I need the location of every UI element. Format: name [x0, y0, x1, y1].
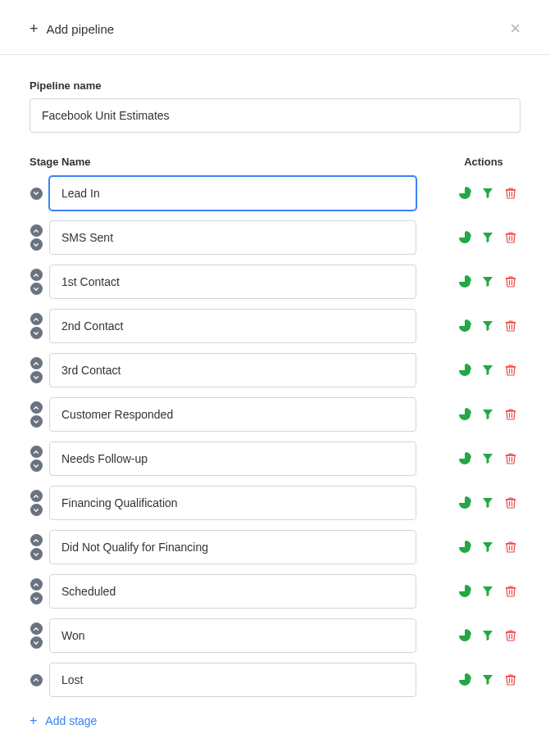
move-up-button[interactable] — [30, 578, 43, 591]
move-down-button[interactable] — [30, 592, 43, 604]
stage-actions — [458, 187, 520, 200]
funnel-icon[interactable] — [481, 496, 494, 509]
stage-name-input[interactable] — [49, 618, 416, 653]
stage-row — [30, 353, 520, 387]
svg-rect-0 — [506, 189, 516, 191]
pie-chart-icon[interactable] — [458, 275, 471, 288]
trash-icon[interactable] — [504, 364, 517, 377]
trash-icon[interactable] — [504, 319, 517, 333]
trash-icon[interactable] — [504, 187, 517, 200]
move-down-button[interactable] — [30, 238, 43, 251]
move-up-button[interactable] — [30, 490, 43, 502]
stage-name-input[interactable] — [49, 486, 416, 520]
stage-name-input[interactable] — [49, 574, 416, 609]
stage-name-column-header: Stage Name — [30, 156, 90, 168]
pie-chart-icon[interactable] — [458, 496, 471, 509]
move-down-button[interactable] — [30, 188, 43, 200]
move-up-button[interactable] — [30, 313, 43, 325]
move-up-button[interactable] — [30, 357, 43, 369]
pie-chart-icon[interactable] — [458, 364, 471, 377]
move-up-button[interactable] — [30, 446, 43, 458]
stage-name-input[interactable] — [49, 397, 416, 432]
trash-icon[interactable] — [504, 496, 517, 509]
close-button[interactable]: × — [510, 20, 520, 38]
reorder-controls — [30, 578, 43, 604]
trash-icon[interactable] — [504, 585, 517, 598]
funnel-icon[interactable] — [481, 541, 494, 554]
stage-row — [30, 220, 520, 255]
stage-actions — [458, 319, 520, 333]
reorder-controls — [30, 534, 43, 560]
funnel-icon[interactable] — [481, 275, 494, 288]
move-up-button[interactable] — [30, 674, 43, 686]
funnel-icon[interactable] — [481, 673, 494, 686]
stage-name-input[interactable] — [49, 309, 416, 343]
move-down-button[interactable] — [30, 415, 43, 428]
plus-icon: + — [30, 20, 39, 38]
pie-chart-icon[interactable] — [458, 231, 471, 244]
stage-row — [30, 530, 520, 564]
stage-name-input[interactable] — [49, 353, 416, 387]
add-stage-label: Add stage — [45, 714, 97, 727]
stage-actions — [458, 496, 520, 509]
move-down-button[interactable] — [30, 371, 43, 383]
funnel-icon[interactable] — [481, 452, 494, 465]
pie-chart-icon[interactable] — [458, 673, 471, 686]
pie-chart-icon[interactable] — [458, 585, 471, 598]
move-up-button[interactable] — [30, 622, 43, 635]
funnel-icon[interactable] — [481, 319, 494, 333]
move-down-button[interactable] — [30, 459, 43, 472]
stage-row — [30, 265, 520, 299]
stage-name-input[interactable] — [49, 265, 416, 299]
trash-icon[interactable] — [504, 541, 517, 554]
actions-column-header: Actions — [447, 156, 520, 168]
stage-row — [30, 176, 520, 211]
move-down-button[interactable] — [30, 548, 43, 560]
stage-actions — [458, 408, 520, 421]
pie-chart-icon[interactable] — [458, 629, 471, 642]
add-stage-button[interactable]: + Add stage — [30, 713, 520, 728]
trash-icon[interactable] — [504, 629, 517, 642]
modal-title: Add pipeline — [47, 22, 115, 36]
funnel-icon[interactable] — [481, 364, 494, 377]
funnel-icon[interactable] — [481, 231, 494, 244]
trash-icon[interactable] — [504, 408, 517, 421]
reorder-controls — [30, 357, 43, 383]
move-up-button[interactable] — [30, 401, 43, 414]
pie-chart-icon[interactable] — [458, 319, 471, 333]
move-up-button[interactable] — [30, 224, 43, 237]
move-up-button[interactable] — [30, 269, 43, 281]
funnel-icon[interactable] — [481, 408, 494, 421]
trash-icon[interactable] — [504, 231, 517, 244]
move-down-button[interactable] — [30, 327, 43, 339]
svg-rect-5 — [506, 410, 516, 412]
svg-rect-6 — [506, 455, 516, 456]
move-down-button[interactable] — [30, 283, 43, 295]
move-down-button[interactable] — [30, 504, 43, 516]
move-down-button[interactable] — [30, 636, 43, 649]
stage-name-input[interactable] — [49, 176, 416, 211]
stage-row — [30, 309, 520, 343]
pipeline-name-input[interactable] — [30, 98, 520, 133]
stage-name-input[interactable] — [49, 220, 416, 255]
pie-chart-icon[interactable] — [458, 187, 471, 200]
trash-icon[interactable] — [504, 275, 517, 288]
stage-name-input[interactable] — [49, 663, 416, 697]
funnel-icon[interactable] — [481, 629, 494, 642]
pie-chart-icon[interactable] — [458, 408, 471, 421]
pie-chart-icon[interactable] — [458, 452, 471, 465]
move-up-button[interactable] — [30, 534, 43, 546]
funnel-icon[interactable] — [481, 585, 494, 598]
stage-name-input[interactable] — [49, 441, 416, 476]
reorder-controls — [30, 224, 43, 251]
reorder-controls — [30, 313, 43, 339]
svg-rect-1 — [506, 233, 516, 235]
pie-chart-icon[interactable] — [458, 541, 471, 554]
trash-icon[interactable] — [504, 673, 517, 686]
stage-name-input[interactable] — [49, 530, 416, 564]
trash-icon[interactable] — [504, 452, 517, 465]
stage-row — [30, 441, 520, 476]
funnel-icon[interactable] — [481, 187, 494, 200]
modal-header: + Add pipeline × — [0, 0, 550, 55]
stage-actions — [458, 673, 520, 686]
